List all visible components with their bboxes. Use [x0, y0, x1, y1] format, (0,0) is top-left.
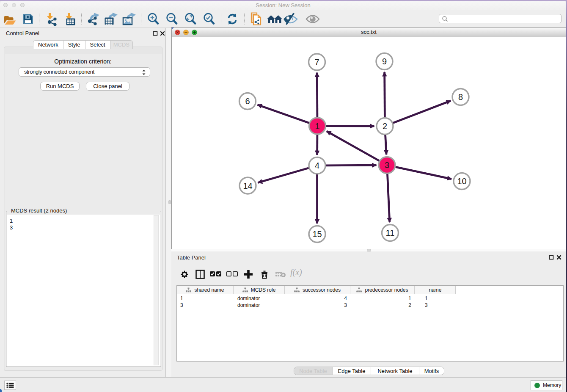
svg-text:4: 4 — [315, 161, 319, 170]
svg-text:2: 2 — [383, 121, 387, 131]
svg-text:10: 10 — [457, 177, 466, 186]
svg-text:3: 3 — [385, 160, 389, 170]
svg-text:7: 7 — [314, 58, 319, 67]
svg-text:1: 1 — [315, 121, 319, 131]
svg-text:8: 8 — [458, 92, 463, 102]
svg-text:9: 9 — [382, 57, 387, 66]
svg-text:14: 14 — [243, 181, 252, 190]
svg-text:11: 11 — [386, 228, 395, 237]
svg-text:6: 6 — [245, 97, 250, 106]
svg-text:15: 15 — [312, 229, 322, 239]
